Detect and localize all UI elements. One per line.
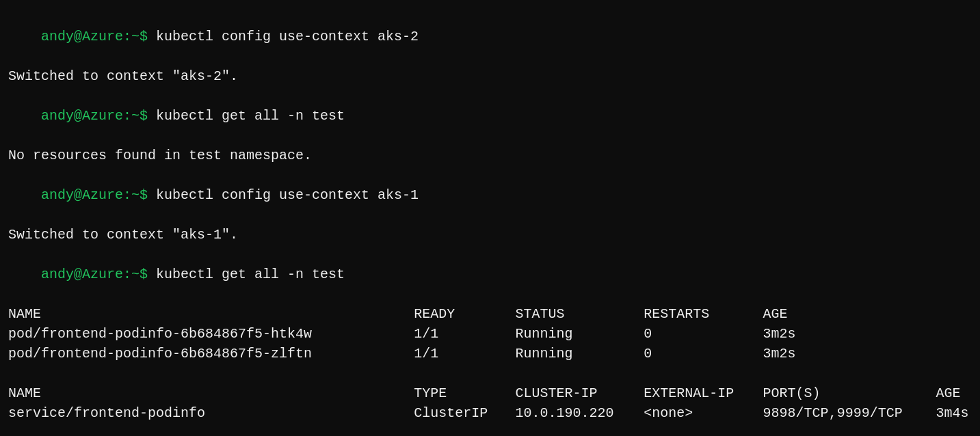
pod-1-restarts: 0 — [644, 324, 763, 344]
blank-row-pods — [8, 364, 972, 383]
blank-row-svc — [8, 423, 972, 436]
pod-1-age: 3m2s — [763, 324, 936, 344]
pods-col-age-header: AGE — [763, 304, 936, 324]
pod-2-status: Running — [516, 344, 644, 364]
pods-table: NAME READY STATUS RESTARTS AGE pod/front… — [8, 304, 972, 436]
pod-row-2: pod/frontend-podinfo-6b684867f5-zlftn 1/… — [8, 344, 972, 364]
pod-row-1: pod/frontend-podinfo-6b684867f5-htk4w 1/… — [8, 324, 972, 344]
line-4: No resources found in test namespace. — [8, 146, 972, 165]
line-7: andy@Azure:~$ kubectl get all -n test — [8, 245, 972, 304]
pods-header-row: NAME READY STATUS RESTARTS AGE — [8, 304, 972, 324]
pods-col-ready-header: READY — [414, 304, 515, 324]
pod-2-name: pod/frontend-podinfo-6b684867f5-zlftn — [8, 344, 414, 364]
svc-1-clusterip: 10.0.190.220 — [516, 403, 644, 423]
pod-1-name: pod/frontend-podinfo-6b684867f5-htk4w — [8, 324, 414, 344]
pod-2-restarts: 0 — [644, 344, 763, 364]
cmd-7: kubectl get all -n test — [156, 267, 345, 282]
line-5: andy@Azure:~$ kubectl config use-context… — [8, 165, 972, 225]
pods-col-name-header: NAME — [8, 304, 414, 324]
svc-col-name-header: NAME — [8, 383, 414, 403]
pod-1-status: Running — [516, 324, 644, 344]
prompt-3: andy@Azure:~$ — [41, 108, 156, 124]
line-3: andy@Azure:~$ kubectl get all -n test — [8, 86, 972, 146]
prompt-1: andy@Azure:~$ — [41, 29, 156, 44]
svc-1-name: service/frontend-podinfo — [8, 403, 414, 423]
line-1: andy@Azure:~$ kubectl config use-context… — [8, 7, 972, 66]
svc-col-type-header: TYPE — [414, 383, 515, 403]
cmd-5: kubectl config use-context aks-1 — [156, 187, 419, 203]
svc-col-clusterip-header: CLUSTER-IP — [516, 383, 644, 403]
svc-1-externalip: <none> — [644, 403, 763, 423]
terminal-window: andy@Azure:~$ kubectl config use-context… — [8, 7, 972, 429]
services-header-row: NAME TYPE CLUSTER-IP EXTERNAL-IP PORT(S)… — [8, 383, 972, 403]
svc-col-ports-header: PORT(S) — [763, 383, 936, 403]
pod-2-age: 3m2s — [763, 344, 936, 364]
svc-1-ports: 9898/TCP,9999/TCP — [763, 403, 936, 423]
line-2: Switched to context "aks-2". — [8, 66, 972, 86]
line-6: Switched to context "aks-1". — [8, 225, 972, 245]
prompt-7: andy@Azure:~$ — [41, 267, 156, 282]
cmd-1: kubectl config use-context aks-2 — [156, 29, 419, 44]
pods-col-status-header: STATUS — [516, 304, 644, 324]
svc-col-externalip-header: EXTERNAL-IP — [644, 383, 763, 403]
pods-col-restarts-header: RESTARTS — [644, 304, 763, 324]
prompt-5: andy@Azure:~$ — [41, 187, 156, 203]
cmd-3: kubectl get all -n test — [156, 108, 345, 124]
svc-col-age-header: AGE — [936, 383, 972, 403]
pod-1-ready: 1/1 — [414, 324, 515, 344]
svc-row-1: service/frontend-podinfo ClusterIP 10.0.… — [8, 403, 972, 423]
svc-1-type: ClusterIP — [414, 403, 515, 423]
svc-1-age: 3m4s — [936, 403, 972, 423]
pod-2-ready: 1/1 — [414, 344, 515, 364]
